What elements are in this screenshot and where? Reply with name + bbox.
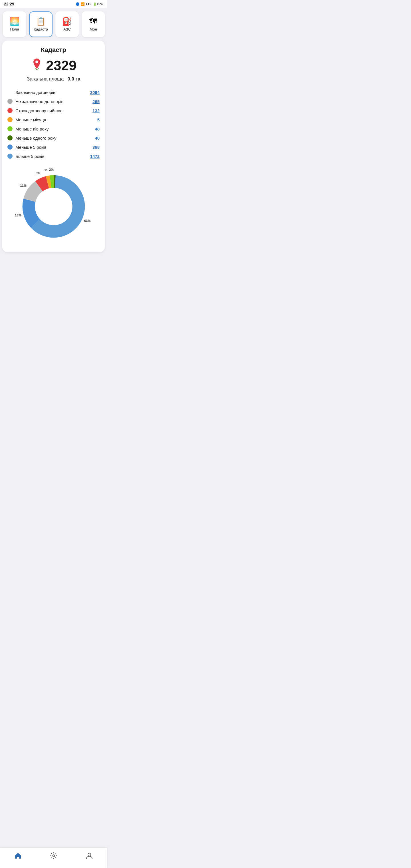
card-title: Кадастр [7,46,100,54]
lte-label: LTE [86,2,92,6]
gas-label: АЗС [63,27,71,31]
stat-row-1: Не заключено договорів 265 [7,97,100,106]
bluetooth-icon: 🔵 [76,2,80,6]
count-row: 2329 [7,58,100,73]
stat-row-7: Більше 5 років 1472 [7,152,100,161]
status-time: 22:29 [4,2,14,6]
stats-list: Заклюено договорів 2064 Не заключено дог… [7,88,100,161]
donut-chart: 63%16%11%6%2%2% [14,166,94,246]
stat-dot-4 [7,126,12,131]
stat-value-2[interactable]: 132 [92,108,100,113]
stat-row-2: Строк договору вийшов 132 [7,106,100,115]
nav-card-gas[interactable]: ⛽ АЗС [55,11,79,37]
nav-cards-row: 🌅 Поля 📋 Кадастр ⛽ АЗС 🗺 Мон [0,8,107,40]
stat-label-6: Меньше 5 років [15,145,90,150]
stat-value-5[interactable]: 40 [95,135,100,141]
mon-icon: 🗺 [89,18,97,25]
svg-text:16%: 16% [15,214,22,217]
fields-label: Поля [10,27,19,31]
stat-row-3: Меньше місяця 5 [7,115,100,124]
stat-value-0[interactable]: 2064 [90,90,100,95]
stat-label-5: Меньше одного року [15,135,92,141]
area-value: 0.0 га [67,76,80,82]
stat-dot-2 [7,108,12,113]
stat-dot-1 [7,99,12,104]
stat-row-0: Заклюено договорів 2064 [7,88,100,97]
area-label: Загальна площа [27,76,64,82]
battery-icon: 🔋15% [93,2,103,6]
mon-label: Мон [90,27,97,31]
stat-value-1[interactable]: 265 [92,99,100,104]
stat-row-5: Меньше одного року 40 [7,133,100,143]
svg-point-0 [35,61,38,63]
fields-icon: 🌅 [10,18,20,25]
area-row: Загальна площа 0.0 га [7,76,100,82]
stat-value-3[interactable]: 5 [97,117,100,122]
stat-row-4: Меньше пів року 48 [7,124,100,133]
nav-card-fields[interactable]: 🌅 Поля [3,11,26,37]
nav-card-mon[interactable]: 🗺 Мон [82,11,105,37]
cadastre-label: Кадастр [34,27,48,31]
stat-dot-0 [7,90,12,95]
cadastre-icon: 📋 [36,18,46,25]
count-number: 2329 [46,58,76,73]
svg-text:11%: 11% [20,184,27,187]
stat-dot-5 [7,135,12,141]
status-icons: 🔵 📶 LTE 🔋15% [76,2,103,6]
stat-label-3: Меньше місяця [15,117,94,122]
donut-chart-container: 63%16%11%6%2%2% [7,166,100,246]
gas-icon: ⛽ [62,18,72,25]
stat-label-0: Заклюено договорів [15,90,87,95]
stat-label-1: Не заключено договорів [15,99,90,104]
count-icon [31,58,43,73]
stat-dot-3 [7,117,12,122]
stat-dot-6 [7,145,12,150]
svg-text:2%: 2% [49,168,53,171]
signal-icon: 📶 [81,2,85,6]
stat-label-2: Строк договору вийшов [15,108,90,113]
svg-text:63%: 63% [84,219,91,222]
svg-text:6%: 6% [36,171,40,175]
status-bar: 22:29 🔵 📶 LTE 🔋15% [0,0,107,8]
stat-value-7[interactable]: 1472 [90,154,100,159]
main-card: Кадастр 2329 Загальна площа 0.0 га Заклю… [2,40,105,252]
stat-label-4: Меньше пів року [15,126,92,131]
stat-dot-7 [7,154,12,159]
stat-value-4[interactable]: 48 [95,126,100,131]
stat-row-6: Меньше 5 років 368 [7,143,100,152]
stat-value-6[interactable]: 368 [92,145,100,150]
stat-label-7: Більше 5 років [15,154,87,159]
nav-card-cadastre[interactable]: 📋 Кадастр [29,11,53,37]
